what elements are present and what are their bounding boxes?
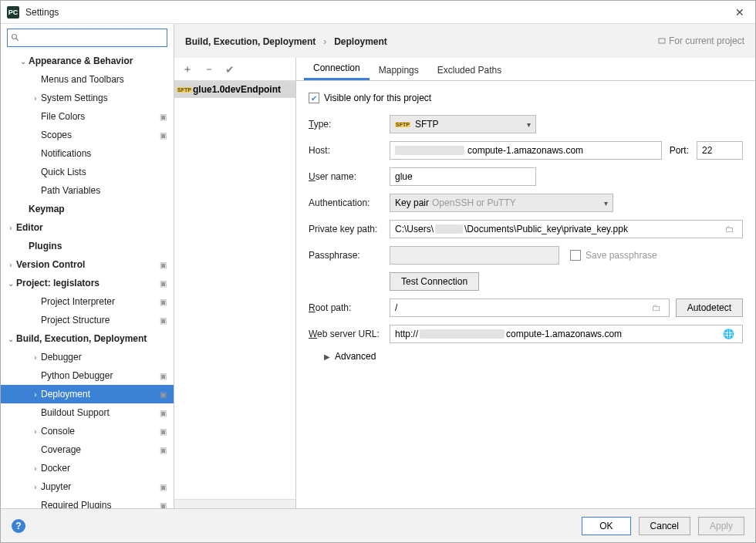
tree-item-label: Project Interpreter <box>41 296 157 307</box>
save-passphrase-checkbox[interactable]: ✔ <box>570 250 581 261</box>
auth-combo[interactable]: Key pair OpenSSH or PuTTY ▾ <box>390 194 613 212</box>
tree-item-label: Quick Lists <box>41 167 169 177</box>
globe-icon[interactable]: 🌐 <box>723 329 737 339</box>
close-icon[interactable]: ✕ <box>731 6 749 19</box>
titlebar: PC Settings ✕ <box>1 1 755 24</box>
help-button[interactable]: ? <box>12 519 25 533</box>
web-url-input[interactable]: http:// compute-1.amazonaws.com 🌐 <box>390 325 743 343</box>
project-scope-icon: ▣ <box>160 261 169 269</box>
add-server-button[interactable]: ＋ <box>182 62 193 76</box>
pkey-label: Private key path: <box>309 224 390 234</box>
ok-button[interactable]: OK <box>582 517 630 535</box>
tree-item-debugger[interactable]: ›Debugger <box>1 348 174 366</box>
tree-item-required-plugins[interactable]: Required Plugins▣ <box>1 496 174 508</box>
host-label: Host: <box>309 145 390 156</box>
tree-item-console[interactable]: ›Console▣ <box>1 422 174 440</box>
tree-item-appearance-behavior[interactable]: ⌄Appearance & Behavior <box>1 52 174 70</box>
tree-item-deployment[interactable]: ›Deployment▣ <box>1 385 174 403</box>
tab-connection[interactable]: Connection <box>304 58 370 80</box>
tree-item-jupyter[interactable]: ›Jupyter▣ <box>1 477 174 496</box>
tree-item-buildout-support[interactable]: Buildout Support▣ <box>1 403 174 422</box>
save-passphrase-label: Save passphrase <box>586 250 657 261</box>
tree-item-label: Project Structure <box>41 315 157 325</box>
project-scope-icon: ▣ <box>160 501 169 509</box>
tree-item-label: Path Variables <box>41 185 169 196</box>
tree-item-label: Menus and Toolbars <box>41 74 169 85</box>
tree-item-menus-and-toolbars[interactable]: Menus and Toolbars <box>1 70 174 89</box>
port-input[interactable] <box>697 141 743 160</box>
tree-item-python-debugger[interactable]: Python Debugger▣ <box>1 366 174 385</box>
tree-item-label: Required Plugins <box>41 500 157 508</box>
project-scope-icon: ▣ <box>160 483 169 491</box>
visible-only-checkbox[interactable]: ✔ <box>309 93 319 103</box>
server-item[interactable]: SFTP glue1.0devEndpoint <box>174 81 295 98</box>
svg-point-0 <box>12 35 17 39</box>
tree-item-system-settings[interactable]: ›System Settings <box>1 89 174 107</box>
breadcrumb-part-1[interactable]: Build, Execution, Deployment <box>185 36 316 47</box>
search-input[interactable] <box>23 32 164 43</box>
tree-item-scopes[interactable]: Scopes▣ <box>1 126 174 144</box>
folder-icon[interactable]: 🗀 <box>652 302 664 313</box>
tree-item-docker[interactable]: ›Docker <box>1 459 174 477</box>
tree-item-editor[interactable]: ›Editor <box>1 218 174 237</box>
folder-icon[interactable]: 🗀 <box>725 224 737 234</box>
chevron-right-icon: › <box>5 261 16 269</box>
deployment-form-panel: Connection Mappings Excluded Paths ✔ Vis… <box>296 58 755 508</box>
search-icon <box>11 33 20 42</box>
tree-item-project-legislators[interactable]: ⌄Project: legislators▣ <box>1 274 174 292</box>
horizontal-scrollbar[interactable] <box>174 499 295 508</box>
cancel-button[interactable]: Cancel <box>639 517 690 535</box>
tree-item-label: Build, Execution, Deployment <box>16 333 169 344</box>
username-input[interactable] <box>390 167 536 186</box>
triangle-right-icon: ▶ <box>324 352 330 361</box>
tree-item-coverage[interactable]: Coverage▣ <box>1 440 174 459</box>
tree-item-label: Version Control <box>16 259 157 270</box>
tree-item-project-structure[interactable]: Project Structure▣ <box>1 311 174 329</box>
tree-item-quick-lists[interactable]: Quick Lists <box>1 163 174 181</box>
tree-item-keymap[interactable]: Keymap <box>1 200 174 218</box>
tree-item-plugins[interactable]: Plugins <box>1 237 174 255</box>
chevron-down-icon: ⌄ <box>18 57 29 66</box>
advanced-section-toggle[interactable]: ▶ Advanced <box>324 351 743 362</box>
chevron-right-icon: › <box>30 427 41 436</box>
chevron-right-icon: › <box>5 224 16 232</box>
remove-server-button[interactable]: － <box>204 62 214 76</box>
apply-button[interactable]: Apply <box>698 517 744 535</box>
project-scope-icon: ▣ <box>160 298 169 306</box>
type-label: Type: <box>309 119 390 130</box>
test-connection-button[interactable]: Test Connection <box>390 272 479 291</box>
tab-mappings[interactable]: Mappings <box>370 60 428 80</box>
search-input-wrap[interactable] <box>7 29 167 47</box>
tree-item-label: Deployment <box>41 389 157 400</box>
project-icon <box>658 37 666 45</box>
tree-item-label: Appearance & Behavior <box>29 56 169 66</box>
tree-item-notifications[interactable]: Notifications <box>1 144 174 163</box>
pkey-input[interactable]: C:\Users\ \Documents\Public_key\private_… <box>390 220 743 238</box>
app-icon: PC <box>7 6 19 19</box>
tree-item-project-interpreter[interactable]: Project Interpreter▣ <box>1 292 174 311</box>
tab-excluded-paths[interactable]: Excluded Paths <box>428 60 511 80</box>
breadcrumb-sep: › <box>323 36 326 47</box>
tree-item-label: Project: legislators <box>16 278 157 288</box>
tree-item-file-colors[interactable]: File Colors▣ <box>1 107 174 126</box>
server-list: SFTP glue1.0devEndpoint <box>174 81 295 499</box>
breadcrumb-part-2[interactable]: Deployment <box>334 36 387 47</box>
root-path-input[interactable]: / 🗀 <box>390 298 670 317</box>
project-scope-icon: ▣ <box>160 372 169 380</box>
auth-label: Authentication: <box>309 197 390 208</box>
host-input[interactable]: compute-1.amazonaws.com <box>390 141 662 160</box>
autodetect-button[interactable]: Autodetect <box>676 298 743 317</box>
chevron-down-icon: ⌄ <box>5 279 16 288</box>
tree-item-build-execution-deployment[interactable]: ⌄Build, Execution, Deployment <box>1 329 174 348</box>
tree-item-path-variables[interactable]: Path Variables <box>1 181 174 200</box>
type-combo[interactable]: SFTP SFTP ▾ <box>390 115 536 133</box>
chevron-right-icon: › <box>30 483 41 491</box>
tree-item-label: Keymap <box>29 204 169 214</box>
type-value: SFTP <box>415 119 439 130</box>
tree-item-label: System Settings <box>41 93 169 103</box>
set-default-button[interactable]: ✔ <box>225 63 235 76</box>
tree-item-version-control[interactable]: ›Version Control▣ <box>1 255 174 274</box>
username-label: User name: <box>309 171 390 182</box>
settings-tree[interactable]: ⌄Appearance & BehaviorMenus and Toolbars… <box>1 52 174 508</box>
visible-only-row[interactable]: ✔ Visible only for this project <box>309 89 743 107</box>
